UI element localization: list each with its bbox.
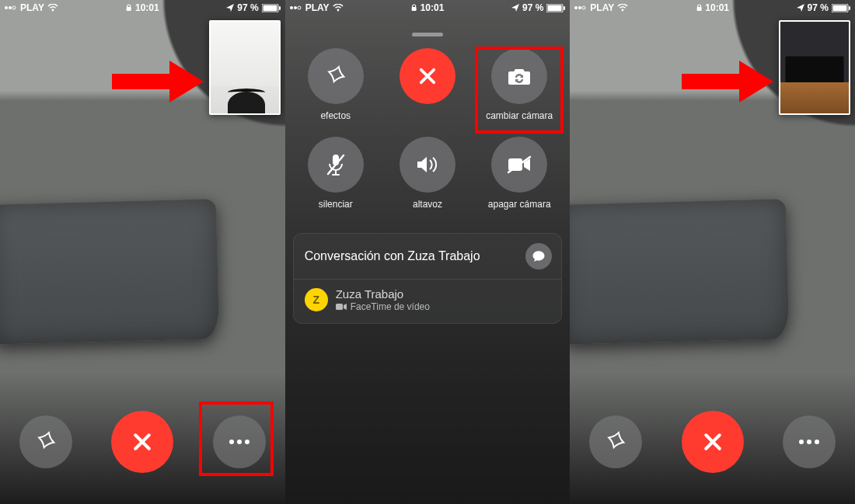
svg-rect-28	[332, 174, 340, 176]
carrier-label: PLAY	[20, 2, 44, 13]
signal-icon	[574, 4, 587, 12]
carrier-label: PLAY	[590, 2, 614, 13]
lock-icon	[126, 4, 132, 12]
svg-point-34	[574, 6, 578, 9]
car-visor	[570, 199, 789, 345]
svg-point-35	[578, 6, 581, 9]
svg-rect-5	[127, 7, 131, 11]
battery-icon	[832, 4, 850, 12]
svg-point-1	[9, 6, 12, 9]
participant-row[interactable]: Z Zuza Trabajo FaceTime de vídeo	[294, 280, 562, 323]
svg-point-47	[807, 440, 811, 444]
self-view-pip[interactable]	[779, 20, 850, 115]
camera-off-button[interactable]: apagar cámara	[488, 137, 551, 210]
svg-rect-22	[548, 5, 562, 11]
self-view-pip[interactable]	[209, 20, 281, 115]
participant-name: Zuza Trabajo	[336, 287, 430, 301]
screenshot-2: PLAY 10:01 97 % efectos	[285, 0, 571, 504]
svg-point-19	[337, 9, 339, 12]
conversation-card: Conversación con Zuza Trabajo Z Zuza Tra…	[293, 233, 563, 324]
clock-label: 10:01	[135, 2, 159, 13]
svg-point-36	[582, 6, 585, 9]
avatar: Z	[305, 288, 328, 311]
effects-label: efectos	[320, 110, 351, 121]
location-icon	[226, 4, 234, 12]
mute-button[interactable]: silenciar	[308, 137, 364, 210]
speaker-label: altavoz	[413, 199, 442, 210]
svg-point-18	[298, 6, 301, 9]
battery-pct-label: 97 %	[522, 2, 543, 13]
annotation-highlight-switch-camera	[475, 47, 564, 134]
wifi-icon	[47, 4, 58, 12]
end-call-button[interactable]	[111, 411, 173, 473]
signal-icon	[5, 4, 17, 12]
svg-point-0	[5, 6, 8, 9]
car-visor	[0, 199, 219, 345]
screenshot-1: PLAY 10:01 97 %	[0, 0, 285, 504]
signal-icon	[290, 4, 302, 12]
svg-rect-23	[564, 6, 565, 10]
conversation-title: Conversación con Zuza Trabajo	[305, 249, 480, 263]
end-call-button[interactable]	[400, 48, 455, 121]
wifi-icon	[617, 4, 628, 12]
svg-rect-9	[112, 74, 169, 89]
participant-subtitle: FaceTime de vídeo	[351, 301, 430, 312]
svg-rect-38	[696, 7, 701, 11]
battery-icon	[262, 4, 281, 12]
call-controls	[570, 380, 855, 504]
svg-point-48	[815, 440, 819, 444]
svg-rect-41	[849, 6, 850, 10]
location-icon	[511, 4, 519, 12]
lock-icon	[696, 4, 702, 12]
svg-point-4	[52, 9, 54, 12]
status-bar: PLAY 10:01 97 %	[285, 0, 571, 16]
svg-point-16	[290, 6, 293, 9]
battery-pct-label: 97 %	[237, 2, 258, 13]
svg-point-17	[294, 6, 297, 9]
svg-rect-8	[279, 6, 281, 10]
svg-rect-7	[263, 5, 277, 11]
sheet-grabber[interactable]	[412, 33, 443, 36]
end-call-button[interactable]	[682, 411, 744, 473]
svg-rect-33	[336, 304, 343, 310]
mute-label: silenciar	[319, 199, 353, 210]
wifi-icon	[333, 4, 344, 12]
clock-label: 10:01	[421, 2, 445, 13]
carrier-label: PLAY	[305, 2, 330, 13]
speaker-button[interactable]: altavoz	[400, 137, 455, 210]
effects-button[interactable]	[589, 415, 642, 468]
svg-rect-40	[832, 5, 846, 11]
effects-button[interactable]: efectos	[308, 48, 364, 121]
svg-marker-10	[169, 61, 204, 103]
svg-point-2	[12, 6, 16, 9]
lock-icon	[411, 4, 417, 12]
battery-icon	[546, 4, 565, 12]
effects-button[interactable]	[19, 415, 72, 468]
svg-rect-27	[335, 170, 337, 174]
svg-point-46	[799, 440, 804, 444]
svg-point-37	[622, 9, 624, 12]
messages-button[interactable]	[525, 243, 552, 269]
video-icon	[336, 303, 347, 311]
location-icon	[797, 4, 804, 12]
annotation-arrow	[112, 61, 204, 103]
more-button[interactable]	[783, 415, 836, 468]
battery-pct-label: 97 %	[808, 2, 829, 13]
svg-rect-42	[682, 74, 739, 89]
annotation-highlight-more	[199, 401, 274, 476]
status-bar: PLAY 10:01 97 %	[570, 0, 855, 16]
annotation-arrow	[682, 61, 773, 103]
screenshot-3: PLAY 10:01 97 %	[570, 0, 855, 504]
camera-off-label: apagar cámara	[488, 199, 551, 210]
svg-rect-20	[412, 7, 417, 11]
svg-marker-43	[739, 61, 773, 103]
status-bar: PLAY 10:01 97 %	[0, 0, 285, 16]
clock-label: 10:01	[705, 2, 729, 13]
